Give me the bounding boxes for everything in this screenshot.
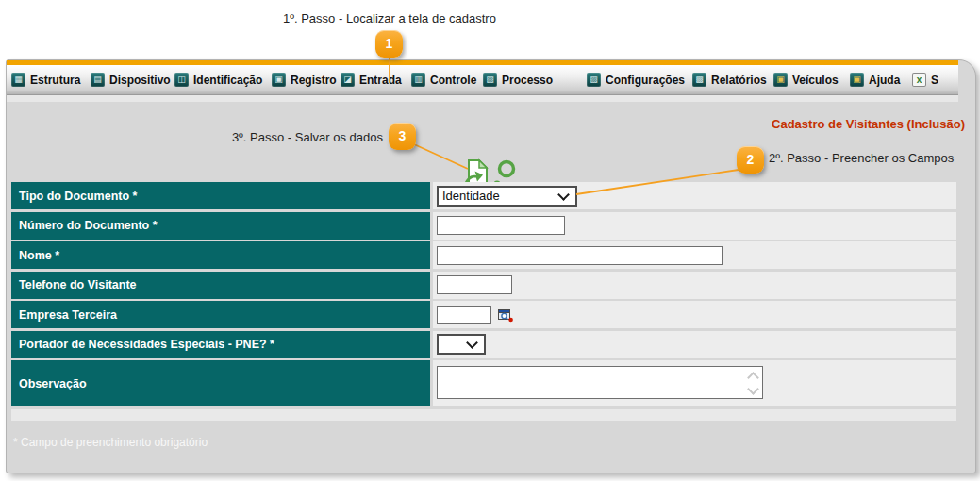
menu-item-configuracoes[interactable]: ▨ Configurações: [587, 65, 685, 94]
menu-label: Configurações: [606, 74, 685, 87]
identification-icon: ◫: [174, 73, 189, 87]
menu-label: Registro: [291, 74, 337, 87]
main-menu-bar: ▦ Estrutura ▤ Dispositivo ◫ Identificaçã…: [7, 65, 958, 95]
field-label: Nome *: [11, 241, 430, 269]
control-icon: ▥: [411, 73, 425, 87]
name-input[interactable]: [437, 246, 723, 265]
field-label: Telefone do Visitante: [11, 272, 430, 299]
document-number-input[interactable]: [437, 216, 565, 235]
field-label: Portador de Necessidades Especiais - PNE…: [11, 331, 430, 358]
field-cell: [433, 301, 956, 328]
menu-label: Relatórios: [711, 74, 767, 87]
scroll-up-icon[interactable]: [747, 372, 759, 384]
menu-item-controle[interactable]: ▥ Controle: [411, 65, 476, 94]
required-field-footnote: * Campo de preenchimento obrigatório: [13, 436, 208, 449]
form-row-numero-documento: Número do Documento *: [11, 212, 956, 240]
field-cell: [433, 272, 956, 299]
step3-badge: 3: [389, 123, 416, 150]
menu-item-ajuda[interactable]: ▣ Ajuda: [850, 65, 900, 94]
field-label: Tipo do Documento *: [11, 182, 430, 209]
menu-item-identificacao[interactable]: ◫ Identificação: [174, 65, 262, 94]
screenshot-canvas: 1º. Passo - Localizar a tela de cadastro…: [0, 0, 980, 481]
form-row-pne: Portador de Necessidades Especiais - PNE…: [11, 331, 956, 358]
step2-badge: 2: [737, 146, 764, 174]
form-row-observacao: Observação: [11, 360, 956, 406]
menu-label: Identificação: [193, 74, 262, 87]
step3-label: 3º. Passo - Salvar os dados: [232, 130, 383, 144]
form-row-tipo-documento: Tipo do Documento * Identidade: [11, 182, 956, 209]
pne-select[interactable]: [437, 334, 486, 355]
menu-label: S: [931, 74, 938, 87]
visitor-form: Tipo do Documento * Identidade Número do…: [11, 182, 956, 421]
reports-icon: ▩: [692, 73, 706, 87]
step2-label: 2º. Passo - Preencher os Campos: [769, 151, 954, 165]
scroll-down-icon[interactable]: [747, 383, 759, 395]
menu-label: Processo: [502, 74, 553, 87]
selected-option: Identidade: [442, 189, 500, 203]
menu-label: Entrada: [359, 74, 402, 87]
form-row-nome: Nome *: [11, 241, 956, 269]
menu-label: Dispositivo: [109, 74, 171, 87]
field-label: Número do Documento *: [11, 212, 430, 240]
field-cell: [433, 212, 956, 240]
menu-label: Controle: [430, 74, 476, 87]
field-label: Empresa Terceira: [11, 301, 430, 328]
spreadsheet-icon: x: [912, 73, 926, 87]
form-footer-strip: [11, 409, 956, 421]
step1-badge: 1: [375, 30, 403, 58]
field-cell: [433, 241, 956, 269]
menu-item-veiculos[interactable]: ▣ Veículos: [773, 65, 839, 94]
form-row-empresa: Empresa Terceira: [11, 301, 956, 328]
chevron-down-icon: [466, 337, 478, 349]
menu-item-entrada[interactable]: ◪ Entrada: [341, 65, 402, 94]
vehicles-icon: ▣: [773, 73, 788, 87]
menu-item-estrutura[interactable]: ▦ Estrutura: [11, 65, 80, 94]
settings-icon: ▨: [587, 73, 601, 87]
phone-input[interactable]: [437, 275, 512, 294]
menu-item-clipped[interactable]: x S: [912, 65, 938, 94]
menu-item-dispositivo[interactable]: ▤ Dispositivo: [91, 65, 171, 94]
device-icon: ▤: [91, 73, 105, 87]
structure-icon: ▦: [11, 73, 25, 87]
company-input[interactable]: [437, 306, 491, 324]
company-lookup-icon[interactable]: [498, 307, 514, 323]
step1-label: 1º. Passo - Localizar a tela de cadastro: [283, 11, 496, 25]
chevron-down-icon: [557, 189, 570, 201]
field-label: Observação: [11, 360, 430, 406]
document-type-select[interactable]: Identidade: [437, 186, 577, 207]
menu-item-registro[interactable]: ▣ Registro: [272, 65, 337, 94]
page-title: Cadastro de Visitantes (Inclusão): [772, 117, 965, 131]
menu-label: Ajuda: [869, 74, 900, 87]
menu-item-processo[interactable]: ▧ Processo: [483, 65, 553, 94]
menu-sub-strip: [7, 95, 958, 102]
field-cell: Identidade: [433, 182, 956, 209]
field-cell: [433, 331, 956, 358]
observation-textarea[interactable]: [437, 366, 763, 399]
registry-icon: ▣: [272, 73, 286, 87]
entry-icon: ◪: [341, 73, 355, 87]
field-cell: [433, 360, 956, 406]
menu-item-relatorios[interactable]: ▩ Relatórios: [692, 65, 767, 94]
form-row-telefone: Telefone do Visitante: [11, 272, 956, 299]
menu-label: Veículos: [792, 74, 839, 87]
menu-label: Estrutura: [30, 74, 80, 87]
process-icon: ▧: [483, 73, 497, 87]
help-icon: ▣: [850, 73, 864, 87]
